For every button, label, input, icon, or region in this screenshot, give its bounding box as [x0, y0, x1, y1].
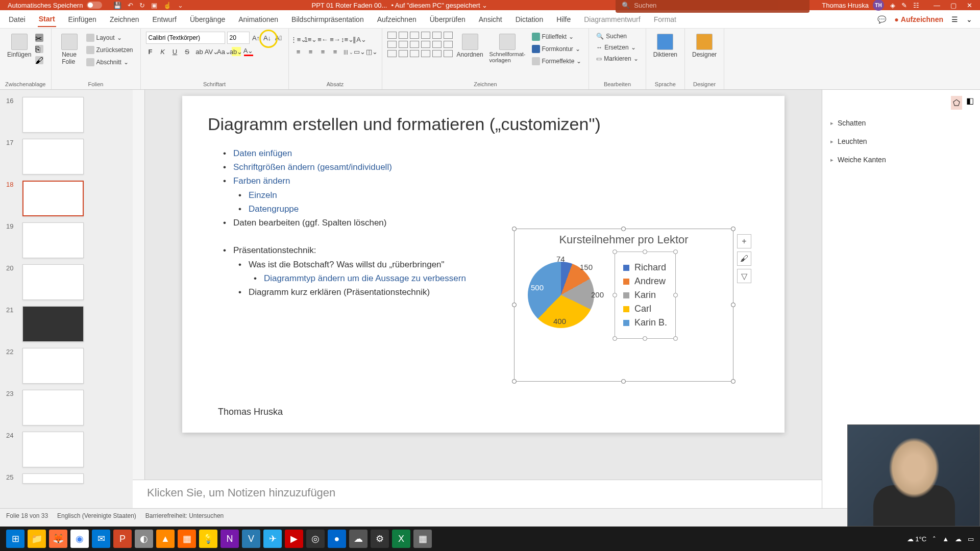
vlc-icon[interactable]: ▲	[156, 530, 175, 548]
thumb-16[interactable]: 16	[0, 94, 133, 136]
app-icon[interactable]: ☁	[349, 530, 368, 548]
resize-handle[interactable]	[673, 249, 678, 254]
designer-button[interactable]: Designer	[690, 32, 719, 60]
outline-button[interactable]: Formkontur ⌄	[530, 44, 584, 54]
start-icon[interactable]: ⊞	[6, 530, 24, 548]
tab-datei[interactable]: Datei	[8, 12, 27, 27]
tab-bildschirm[interactable]: Bildschirmpräsentation	[290, 12, 365, 27]
tray-icon[interactable]: ☁	[955, 535, 962, 543]
slide[interactable]: Diagramm erstellen und formatieren („cus…	[182, 96, 785, 433]
outdent-icon[interactable]: ≡←	[318, 35, 328, 44]
resize-handle[interactable]	[512, 227, 517, 231]
text-direction-icon[interactable]: ‖A⌄	[355, 35, 364, 44]
align-left-icon[interactable]: ≡	[294, 47, 303, 56]
align-text-icon[interactable]: ▭⌄	[355, 47, 364, 56]
copy-icon[interactable]: ⎘	[35, 45, 43, 53]
reset-button[interactable]: Zurücksetzen	[84, 45, 135, 55]
app-icon[interactable]: ▦	[413, 530, 432, 548]
slide-title[interactable]: Diagramm erstellen und formatieren („cus…	[208, 114, 759, 134]
tab-format[interactable]: Format	[653, 12, 677, 27]
save-icon[interactable]: 💾	[113, 2, 121, 9]
pen-icon[interactable]: ✎	[901, 2, 907, 9]
align-right-icon[interactable]: ≡	[318, 47, 328, 56]
tab-diagrammentwurf[interactable]: Diagrammentwurf	[583, 12, 641, 27]
italic-icon[interactable]: K	[158, 47, 167, 56]
chart-filter-button[interactable]: ▽	[737, 269, 751, 283]
status-lang[interactable]: Englisch (Vereinigte Staaten)	[57, 512, 136, 519]
tab-aufzeichnen[interactable]: Aufzeichnen	[376, 12, 418, 27]
indent-icon[interactable]: ≡→	[331, 35, 340, 44]
format-painter-icon[interactable]: 🖌	[35, 56, 43, 64]
weather-icon[interactable]: ☁ 1°C	[907, 535, 926, 543]
explorer-icon[interactable]: 📁	[28, 530, 46, 548]
chart-styles-button[interactable]: 🖌	[737, 252, 751, 266]
fill-button[interactable]: Fülleffekt ⌄	[530, 32, 584, 42]
thumb-22[interactable]: 22	[0, 345, 133, 387]
firefox-icon[interactable]: 🦊	[49, 530, 67, 548]
chrome-icon[interactable]: ◉	[70, 530, 89, 548]
format-glow[interactable]: Leuchten	[828, 132, 974, 151]
maximize-icon[interactable]: ▢	[950, 2, 957, 9]
case-icon[interactable]: Aa⌄	[219, 47, 229, 56]
cut-icon[interactable]: ✂	[35, 34, 43, 42]
slide-area[interactable]: Diagramm erstellen und formatieren („cus…	[145, 90, 822, 480]
onenote-icon[interactable]: N	[220, 530, 239, 548]
tray-icon[interactable]: ▲	[942, 535, 949, 543]
notes-pane[interactable]: Klicken Sie, um Notizen hinzuzufügen	[133, 480, 822, 508]
tab-entwurf[interactable]: Entwurf	[151, 12, 177, 27]
saved-status[interactable]: • Auf "diesem PC" gespeichert ⌄	[391, 2, 487, 9]
search-bar[interactable]: 🔍 Suchen	[616, 0, 810, 13]
resize-handle[interactable]	[621, 379, 626, 384]
resize-handle[interactable]	[643, 336, 647, 341]
chart-object[interactable]: Kursteilnehmer pro Lektor 74 150 200 400…	[514, 229, 733, 382]
tray-chevron-icon[interactable]: ˄	[933, 535, 936, 543]
paste-button[interactable]: Einfügen	[5, 32, 33, 60]
shapes-gallery[interactable]	[387, 32, 453, 57]
tab-dictation[interactable]: Dictation	[514, 12, 544, 27]
spacing-icon[interactable]: AV⌄	[207, 47, 216, 56]
outlook-icon[interactable]: ✉	[92, 530, 110, 548]
decrease-font-icon[interactable]: A↓	[263, 33, 272, 42]
smartart-icon[interactable]: ◫⌄	[368, 47, 377, 56]
diamond-icon[interactable]: ◈	[890, 2, 895, 9]
tray-icon[interactable]: ▭	[968, 535, 974, 543]
resize-handle[interactable]	[731, 227, 736, 231]
format-shadow[interactable]: Schatten	[828, 114, 974, 132]
minimize-icon[interactable]: —	[934, 2, 940, 9]
strike-icon[interactable]: S	[183, 47, 192, 56]
qat-more-icon[interactable]: ⌄	[178, 2, 183, 9]
slideshow-icon[interactable]: ▣	[151, 2, 157, 9]
powerpoint-icon[interactable]: P	[113, 530, 132, 548]
section-button[interactable]: Abschnitt ⌄	[84, 57, 135, 67]
new-slide-button[interactable]: Neue Folie	[57, 32, 82, 67]
tab-hilfe[interactable]: Hilfe	[555, 12, 572, 27]
settings-icon[interactable]: ⚙	[371, 530, 389, 548]
bold-icon[interactable]: F	[146, 47, 155, 56]
resize-handle[interactable]	[512, 379, 517, 384]
thumb-25[interactable]: 25	[0, 470, 133, 487]
share-icon[interactable]: ☰	[951, 15, 958, 23]
slide-thumbnails[interactable]: 16 17 18 19 20 21 22 23 24 25	[0, 90, 133, 508]
underline-icon[interactable]: U	[170, 47, 180, 56]
highlight-icon[interactable]: ab⌄	[232, 47, 241, 56]
undo-icon[interactable]: ↶	[128, 2, 133, 9]
arrange-button[interactable]: Anordnen	[455, 32, 485, 60]
app-icon[interactable]: ◐	[135, 530, 153, 548]
thumb-17[interactable]: 17	[0, 136, 133, 178]
status-accessibility[interactable]: Barrierefreiheit: Untersuchen	[145, 512, 224, 519]
resize-handle[interactable]	[643, 249, 647, 254]
user-account[interactable]: Thomas Hruska TH	[822, 0, 884, 11]
font-name-select[interactable]	[146, 32, 225, 44]
tab-animationen[interactable]: Animationen	[237, 12, 279, 27]
shadow-icon[interactable]: ab	[195, 47, 204, 56]
select-button[interactable]: ▭Markieren ⌄	[594, 54, 640, 63]
resize-handle[interactable]	[612, 249, 617, 254]
telegram-icon[interactable]: ✈	[263, 530, 282, 548]
bullets-icon[interactable]: ⋮≡⌄	[294, 35, 303, 44]
increase-font-icon[interactable]: A↑	[252, 33, 261, 42]
layout-button[interactable]: Layout ⌄	[84, 33, 135, 43]
pie-chart[interactable]: 74 150 200 400 500	[523, 252, 604, 333]
resize-handle[interactable]	[612, 293, 617, 297]
thumb-21[interactable]: 21	[0, 303, 133, 345]
thumb-18[interactable]: 18	[0, 178, 133, 219]
